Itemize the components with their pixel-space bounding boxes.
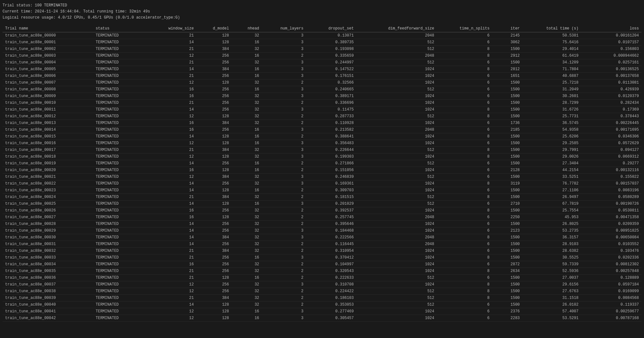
table-cell: 0.240665 [306, 86, 356, 93]
table-cell: 2048 [356, 214, 437, 220]
table-cell: train_tune_ac88e_00040 [3, 301, 93, 308]
table-cell: 16 [148, 86, 196, 93]
table-cell: 256 [196, 106, 232, 113]
table-cell: 0.310708 [306, 281, 356, 288]
table-cell: 67.7819 [522, 200, 581, 207]
table-cell: TERMINATED [93, 308, 148, 315]
table-cell: 128 [196, 167, 232, 173]
table-cell: 128 [196, 214, 232, 220]
table-cell: 384 [196, 120, 232, 126]
table-cell: 32 [232, 281, 262, 288]
status-line1: Trial status: 100 TERMINATED [3, 3, 641, 9]
table-cell: 6 [437, 99, 492, 106]
table-row: train_tune_ac88e_00023TERMINATED14128162… [3, 187, 641, 194]
table-cell: train_tune_ac88e_00039 [3, 294, 93, 301]
table-cell: train_tune_ac88e_00004 [3, 59, 93, 66]
table-cell: 36.5745 [522, 120, 581, 126]
table-cell: 29.6156 [522, 281, 581, 288]
table-cell: train_tune_ac88e_00007 [3, 79, 93, 86]
table-cell: TERMINATED [93, 106, 148, 113]
table-row: train_tune_ac88e_00031TERMINATED14256322… [3, 241, 641, 247]
table-cell: 1024 [356, 268, 437, 274]
table-row: train_tune_ac88e_00005TERMINATED14384163… [3, 66, 641, 72]
table-cell: TERMINATED [93, 133, 148, 140]
table-cell: 21 [148, 72, 196, 79]
table-cell: 512 [356, 288, 437, 294]
results-table-container: Trial name status window_size d_model nh… [3, 25, 641, 322]
table-cell: 6 [437, 261, 492, 268]
table-row: train_tune_ac88e_00004TERMINATED21256323… [3, 59, 641, 66]
table-cell: 12 [148, 315, 196, 321]
table-cell: 50.5381 [522, 32, 581, 39]
table-cell: 256 [196, 126, 232, 133]
table-cell: 512 [356, 200, 437, 207]
table-cell: 0.222566 [306, 234, 356, 241]
table-cell: TERMINATED [93, 153, 148, 160]
table-cell: 1024 [356, 187, 437, 194]
table-cell: 1024 [356, 227, 437, 234]
table-cell: TERMINATED [93, 200, 148, 207]
table-cell: 3 [262, 146, 306, 153]
table-cell: 0.184468 [306, 227, 356, 234]
table-cell: 0.17369 [581, 106, 641, 113]
table-cell: 6 [437, 200, 492, 207]
table-cell: 2048 [356, 32, 437, 39]
table-cell: 0.277469 [306, 308, 356, 315]
table-cell: 1500 [492, 207, 522, 214]
table-cell: 25.7731 [522, 113, 581, 120]
table-cell: 512 [356, 113, 437, 120]
table-cell: 384 [196, 66, 232, 72]
table-row: train_tune_ac88e_00042TERMINATED12128163… [3, 315, 641, 321]
table-cell: 1500 [492, 140, 522, 146]
table-cell: 1024 [356, 247, 437, 254]
table-cell: train_tune_ac88e_00034 [3, 261, 93, 268]
table-cell: 21 [148, 274, 196, 281]
table-cell: 0.00812302 [581, 261, 641, 268]
table-row: train_tune_ac88e_00034TERMINATED16256322… [3, 261, 641, 268]
table-cell: 2128 [492, 167, 522, 173]
table-cell: 384 [196, 173, 232, 180]
table-cell: 32 [232, 79, 262, 86]
table-cell: TERMINATED [93, 167, 148, 173]
table-cell: TERMINATED [93, 207, 148, 214]
table-cell: train_tune_ac88e_00023 [3, 187, 93, 194]
table-cell: 128 [196, 113, 232, 120]
table-cell: 2 [262, 79, 306, 86]
table-cell: 1024 [356, 180, 437, 187]
table-cell: 1500 [492, 59, 522, 66]
table-cell: train_tune_ac88e_00028 [3, 220, 93, 227]
table-cell: 2145 [492, 32, 522, 39]
table-cell: 1500 [492, 294, 522, 301]
table-cell: 0.151056 [306, 167, 356, 173]
table-row: train_tune_ac88e_00035TERMINATED21256322… [3, 268, 641, 274]
table-cell: train_tune_ac88e_00011 [3, 106, 93, 113]
header-loss: loss [581, 25, 641, 32]
table-cell: 0.0202336 [581, 254, 641, 261]
table-cell: 12 [148, 52, 196, 59]
table-cell: 1500 [492, 113, 522, 120]
table-cell: 2 [262, 220, 306, 227]
table-cell: train_tune_ac88e_00006 [3, 72, 93, 79]
table-cell: 1500 [492, 86, 522, 93]
table-row: train_tune_ac88e_00037TERMINATED12256323… [3, 281, 641, 288]
table-cell: 14 [148, 227, 196, 234]
table-cell: 256 [196, 59, 232, 66]
table-cell: 0.356483 [306, 140, 356, 146]
table-cell: 0.213582 [306, 126, 356, 133]
table-cell: 8 [437, 45, 492, 52]
table-cell: train_tune_ac88e_00021 [3, 173, 93, 180]
table-cell: 14 [148, 301, 196, 308]
table-cell: 8 [437, 180, 492, 187]
table-cell: 3 [262, 200, 306, 207]
table-row: train_tune_ac88e_00039TERMINATED21384322… [3, 294, 641, 301]
table-row: train_tune_ac88e_00025TERMINATED14128163… [3, 200, 641, 207]
table-cell: TERMINATED [93, 288, 148, 294]
table-cell: 1024 [356, 220, 437, 227]
table-row: train_tune_ac88e_00041TERMINATED12128163… [3, 308, 641, 315]
table-cell: 3 [262, 254, 306, 261]
table-cell: 0.00136525 [581, 66, 641, 72]
table-cell: 14 [148, 133, 196, 140]
table-row: train_tune_ac88e_00021TERMINATED12384323… [3, 173, 641, 180]
table-row: train_tune_ac88e_00001TERMINATED14128163… [3, 39, 641, 45]
table-row: train_tune_ac88e_00003TERMINATED12256162… [3, 52, 641, 59]
